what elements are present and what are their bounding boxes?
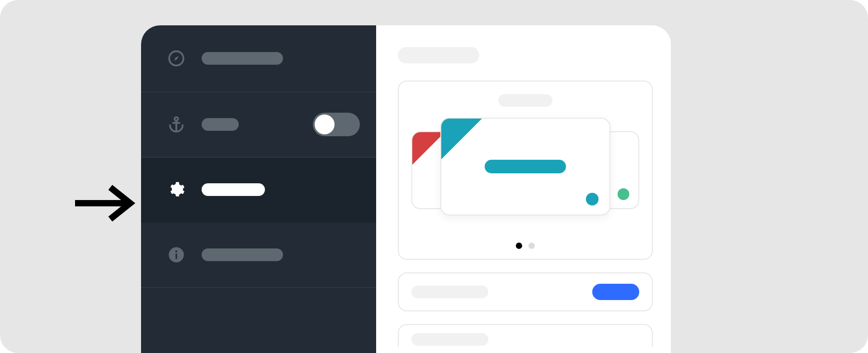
settings-row-partial[interactable] — [398, 324, 653, 347]
settings-row[interactable] — [398, 272, 653, 311]
toggle-knob — [315, 114, 335, 134]
pointer-arrow-icon — [72, 183, 136, 224]
svg-rect-7 — [175, 254, 177, 259]
anchor-icon — [165, 114, 187, 135]
card-corner-badge — [441, 119, 482, 159]
carousel-stage[interactable] — [399, 118, 652, 226]
pager-dot-2[interactable] — [528, 243, 535, 249]
svg-marker-2 — [174, 56, 179, 61]
row-action-button[interactable] — [592, 284, 639, 300]
sidebar-item-label: explore — [202, 52, 283, 65]
canvas: explore anchor — [0, 0, 868, 353]
pager-dot-1[interactable] — [516, 243, 522, 249]
compass-icon — [165, 48, 187, 69]
sidebar-item-label: anchor — [202, 118, 239, 131]
sidebar-item-label: settings — [202, 183, 265, 196]
sidebar-item-explore[interactable]: explore — [141, 25, 376, 92]
sidebar-item-anchor[interactable]: anchor — [141, 92, 376, 157]
card-status-dot — [586, 193, 599, 205]
sidebar-item-info[interactable]: info — [141, 223, 376, 288]
info-icon — [165, 244, 187, 266]
anchor-toggle[interactable] — [313, 113, 360, 136]
sidebar: explore anchor — [141, 25, 376, 353]
carousel-title — [498, 94, 552, 107]
row-label — [411, 333, 488, 346]
sidebar-item-settings[interactable]: settings — [141, 157, 376, 223]
card-label — [485, 160, 566, 173]
sidebar-item-label: info — [202, 248, 283, 261]
carousel-pager — [399, 243, 652, 249]
carousel-card-center[interactable] — [440, 118, 610, 215]
svg-point-8 — [175, 251, 177, 253]
card-status-dot — [618, 188, 629, 200]
page-title — [398, 47, 479, 63]
row-label — [411, 286, 488, 298]
app-window: explore anchor — [141, 25, 671, 353]
sidebar-item-empty — [141, 288, 376, 353]
main-content — [376, 25, 671, 353]
gear-icon — [165, 179, 187, 200]
carousel-panel — [398, 81, 653, 260]
